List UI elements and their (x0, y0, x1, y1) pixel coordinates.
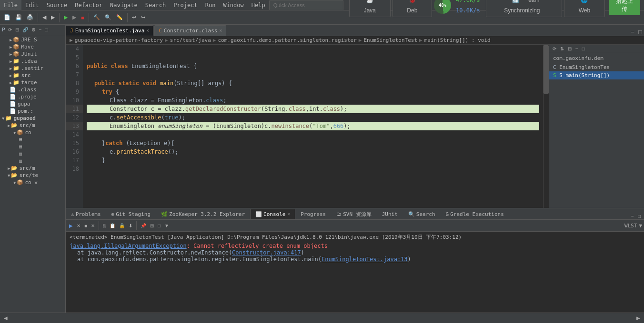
menu-search[interactable]: Search (141, 0, 170, 10)
minimize-sidebar-btn[interactable]: − (38, 27, 43, 33)
tab-search-panel[interactable]: 🔍 Search (403, 209, 441, 219)
tree-item-maven[interactable]: ▶ 📦 Mave (0, 43, 65, 50)
outline-filter-btn[interactable]: ⊟ (566, 46, 573, 52)
tab-svn[interactable]: 🗂 SVN 资源库 (331, 209, 377, 219)
menu-navigate[interactable]: Navigate (106, 0, 141, 10)
tab-zookeeper[interactable]: 🌿 ZooKeeper 3.2.2 Explorer (156, 209, 250, 219)
clear-console-btn[interactable]: ✕ (75, 223, 82, 229)
menu-source[interactable]: Source (43, 0, 71, 10)
menu-file[interactable]: File (0, 0, 21, 10)
console-settings-btn[interactable]: ▼ (163, 223, 171, 229)
tree-item-co[interactable]: ▼ 📦 co (0, 129, 65, 136)
menu-run[interactable]: Run (201, 0, 220, 10)
tab-gradle[interactable]: G Gradle Executions (441, 209, 509, 219)
status-left-arrow[interactable]: ◀ (4, 315, 8, 321)
exception-link[interactable]: java.lang.IllegalArgumentException (70, 243, 187, 249)
breadcrumb-part4[interactable]: EnumSingletonTest (363, 37, 417, 43)
stop-console-btn[interactable]: ■ (83, 223, 89, 229)
tree-item-settings[interactable]: ▶ 📁 .settir (0, 65, 65, 72)
new-btn[interactable]: 📄 (2, 13, 12, 21)
tree-item-jre[interactable]: ▶ 📦 JRE S (0, 36, 65, 43)
tab-console[interactable]: ⬜ Console × (250, 209, 295, 219)
print-btn[interactable]: 🖨️ (25, 13, 35, 21)
undo-btn[interactable]: ↩ (130, 13, 138, 21)
build-btn[interactable]: 🔨 (91, 13, 102, 21)
code-content[interactable]: public class EnumSingletonTest { public … (83, 45, 543, 208)
menu-project[interactable]: Project (170, 0, 201, 10)
editor-container[interactable]: 4 5 6 7 8 9 10 11 12 13 14 15 16 17 (66, 45, 549, 208)
outline-item-class[interactable]: C EnumSingletonTes (549, 63, 644, 71)
tree-item-sub2[interactable]: ⊞ (0, 143, 65, 150)
menu-refactor[interactable]: Refactor (71, 0, 106, 10)
save-btn[interactable]: 💾 (13, 13, 24, 21)
link-editor-btn[interactable]: 🔗 (21, 27, 30, 33)
collapse-tree-btn[interactable]: ⊟ (14, 27, 20, 33)
settings-tree-btn[interactable]: ⚙ (30, 27, 37, 33)
stack1-link[interactable]: Constructor.java:417 (232, 249, 301, 256)
editor-scrollbar[interactable] (543, 45, 549, 208)
tree-item-srct[interactable]: ▼ 📂 src/te (0, 172, 65, 179)
split-console-btn[interactable]: ⊞ (149, 223, 155, 229)
back-btn[interactable]: ◀ (40, 13, 48, 21)
remove-console-btn[interactable]: ✕ (90, 223, 96, 229)
tree-item-srcm2[interactable]: ▶ 📂 src/m (0, 165, 65, 172)
tree-item-src[interactable]: ▶ 📁 src (0, 72, 65, 79)
tab-git-staging[interactable]: ⊕ Git Staging (106, 209, 156, 219)
tree-item-idea[interactable]: ▶ 📁 .idea (0, 58, 65, 65)
quick-access-input[interactable] (269, 0, 343, 10)
paste-console-btn[interactable]: 📋 (108, 223, 117, 229)
tab-constructor[interactable]: C Constructor.class × (154, 25, 226, 36)
maximize-sidebar-btn[interactable]: □ (43, 27, 49, 33)
maximize-editor-btn[interactable]: □ (636, 29, 644, 36)
maximize-console-btn[interactable]: □ (156, 223, 162, 229)
tree-item-gupaoed[interactable]: ▼ 📁 gupaoed (0, 115, 65, 122)
tab-console-close[interactable]: × (287, 212, 290, 217)
tab-problems[interactable]: ⚠ Problems (66, 209, 106, 219)
sync-btn[interactable]: 🔄 eam Synchronizing (486, 0, 562, 17)
breadcrumb-part3[interactable]: com.gaoxinfu.demo.pattern.singleton.regi… (218, 37, 356, 43)
copy-console-btn[interactable]: ⎘ (101, 223, 107, 229)
menu-help[interactable]: Help (248, 0, 269, 10)
console-maximize-btn[interactable]: □ (636, 213, 642, 219)
console-scroll-end-btn[interactable]: ⬇ (127, 223, 134, 229)
tree-item-sub3[interactable]: ⊞ (0, 150, 65, 157)
breadcrumb-part2[interactable]: src/test/java (170, 37, 211, 43)
tree-item-target[interactable]: ▶ 📁 targe (0, 79, 65, 86)
tree-item-co2[interactable]: ▼ 📦 co v (0, 179, 65, 186)
debug-run-btn[interactable]: ▶ (70, 13, 78, 21)
menu-window[interactable]: Window (219, 0, 247, 10)
forward-btn[interactable]: ▶ (49, 13, 57, 21)
outline-sort-btn[interactable]: ⇅ (559, 46, 565, 52)
pin-console-btn[interactable]: 📌 (139, 223, 148, 229)
tab-enumsingletontest[interactable]: J EnumSingletonTest.java × (66, 25, 153, 36)
perspective-java-btn[interactable]: ☕ Java (349, 0, 391, 17)
minimize-editor-btn[interactable]: − (629, 29, 636, 36)
tree-item-class[interactable]: 📄 .class (0, 86, 65, 93)
tree-item-gupa[interactable]: 📄 gupa (0, 100, 65, 108)
outline-sync-btn[interactable]: ⟳ (551, 46, 558, 52)
perspective-debug-btn[interactable]: 🐞 Deb (392, 0, 432, 17)
tree-item-project[interactable]: 📄 .proje (0, 93, 65, 100)
refactor-btn[interactable]: ✏️ (114, 13, 125, 21)
tree-item-sub1[interactable]: ⊞ (0, 136, 65, 143)
stack2-link[interactable]: EnumSingletonTest.java:13 (322, 256, 408, 263)
tab-close-btn-2[interactable]: × (219, 28, 222, 33)
breadcrumb-part5[interactable]: main(String[]) : void (424, 37, 491, 43)
status-right-arrow[interactable]: ▶ (636, 315, 640, 321)
outline-item-main[interactable]: S S main(String[]) (549, 71, 644, 79)
web-btn[interactable]: 🌐 Web (564, 0, 605, 17)
tab-junit-panel[interactable]: JUnit (377, 209, 403, 219)
tree-item-srcm1[interactable]: ▶ 📂 src/m (0, 122, 65, 129)
run-btn[interactable]: ▶ (62, 13, 70, 21)
outline-minimize-btn[interactable]: − (574, 46, 580, 52)
stop-btn[interactable]: ■ (79, 14, 86, 21)
tree-item-pom[interactable]: 📄 pom.: (0, 108, 65, 115)
outline-maximize-btn[interactable]: □ (581, 46, 586, 52)
sync-tree-btn[interactable]: ⟳ (7, 27, 13, 33)
redo-btn[interactable]: ↪ (139, 13, 147, 21)
upload-button[interactable]: 拾起上传 (609, 0, 640, 15)
menu-edit[interactable]: Edit (21, 0, 43, 10)
tab-close-btn-1[interactable]: × (146, 28, 149, 33)
tree-item-junit[interactable]: ▶ 📦 JUnit (0, 50, 65, 58)
scroll-lock-btn[interactable]: 🔒 (118, 223, 126, 229)
